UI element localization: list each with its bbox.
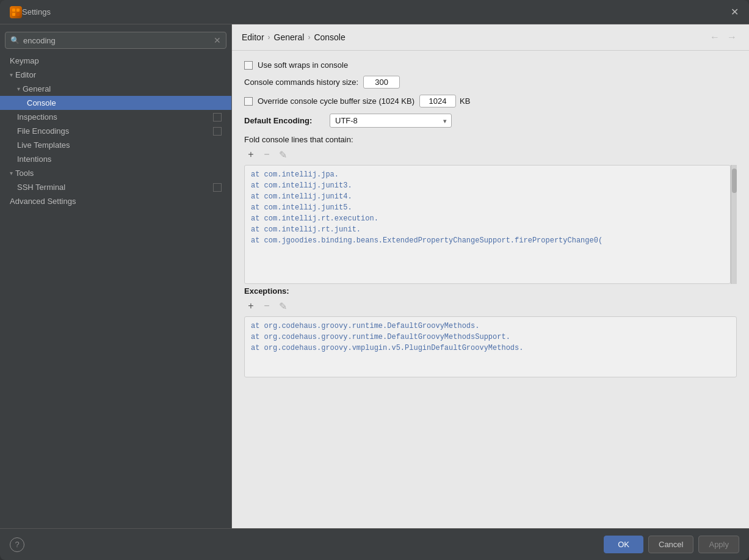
override-buffer-label: Override console cycle buffer size (1024… (258, 96, 414, 106)
nav-forward-button[interactable]: → (725, 31, 739, 44)
kb-label: KB (460, 96, 470, 106)
fold-section-label: Fold console lines that contain: (244, 135, 737, 144)
sidebar-item-file-encodings[interactable]: File Encodings (0, 124, 231, 138)
svg-rect-2 (12, 13, 15, 16)
sidebar-item-console[interactable]: Console (0, 96, 231, 110)
sidebar-item-label: SSH Terminal (17, 183, 65, 192)
sidebar-item-label: Keymap (10, 56, 39, 65)
override-buffer-row: Override console cycle buffer size (1024… (244, 95, 737, 107)
breadcrumb-sep: › (308, 33, 310, 42)
nav-buttons: ← → (707, 31, 739, 44)
encoding-select[interactable]: UTF-8 UTF-16 ISO-8859-1 US-ASCII Windows… (330, 114, 452, 128)
fold-list: at com.intellij.jpa. at com.intellij.jun… (244, 165, 731, 284)
sidebar-badge (213, 183, 222, 192)
sidebar-item-tools[interactable]: ▾ Tools (0, 166, 231, 180)
fold-toolbar: + − ✎ (244, 148, 737, 161)
encoding-row: Default Encoding: UTF-8 UTF-16 ISO-8859-… (244, 114, 737, 128)
collapse-arrow-icon: ▾ (10, 170, 13, 176)
list-item: at com.intellij.rt.execution. (248, 213, 726, 224)
sidebar-item-keymap[interactable]: Keymap (0, 54, 231, 68)
dialog-title: Settings (22, 7, 729, 16)
ok-button[interactable]: OK (604, 536, 643, 553)
soft-wraps-checkbox[interactable] (244, 61, 253, 70)
list-item: at com.intellij.junit5. (248, 202, 726, 213)
fold-list-scroll-thumb[interactable] (732, 169, 737, 193)
list-item: at org.codehaus.groovy.vmplugin.v5.Plugi… (248, 343, 733, 354)
search-box[interactable]: 🔍 ✕ (5, 32, 226, 49)
dialog-buttons: OK Cancel Apply (604, 536, 739, 553)
svg-rect-0 (12, 9, 15, 12)
sidebar-item-label: Advanced Settings (10, 197, 76, 206)
breadcrumb-bar: Editor › General › Console ← → (232, 24, 749, 51)
sidebar-item-label: Tools (15, 169, 34, 178)
help-button[interactable]: ? (10, 537, 24, 552)
fold-remove-button[interactable]: − (260, 148, 273, 161)
exceptions-list: at org.codehaus.groovy.runtime.DefaultGr… (244, 316, 737, 377)
exc-add-button[interactable]: + (244, 299, 258, 313)
title-bar: Settings ✕ (0, 0, 749, 24)
sidebar-item-ssh-terminal[interactable]: SSH Terminal (0, 180, 231, 194)
settings-panel: Use soft wraps in console Console comman… (232, 51, 749, 528)
app-icon (10, 6, 22, 18)
sidebar-item-label: Editor (15, 70, 36, 79)
breadcrumb-part-general: General (274, 32, 305, 42)
sidebar-item-general[interactable]: ▾ General (0, 82, 231, 96)
list-item: at com.intellij.rt.junit. (248, 224, 726, 235)
svg-rect-3 (16, 13, 20, 16)
sidebar-item-label: Inspections (17, 112, 57, 122)
apply-button[interactable]: Apply (698, 536, 739, 553)
sidebar-item-label: Console (27, 98, 56, 107)
list-item: at org.codehaus.groovy.runtime.DefaultGr… (248, 332, 733, 343)
sidebar-item-label: Live Templates (17, 140, 70, 150)
cancel-button[interactable]: Cancel (648, 536, 693, 553)
collapse-arrow-icon: ▾ (10, 71, 13, 78)
sidebar-item-live-templates[interactable]: Live Templates (0, 138, 231, 152)
fold-edit-button[interactable]: ✎ (276, 148, 289, 161)
override-buffer-checkbox[interactable] (244, 97, 253, 106)
exceptions-section: Exceptions: + − ✎ at org.codehaus.groovy… (244, 286, 737, 377)
fold-list-container: at com.intellij.jpa. at com.intellij.jun… (244, 165, 737, 284)
sidebar-item-editor[interactable]: ▾ Editor (0, 68, 231, 82)
settings-dialog: Settings ✕ 🔍 ✕ Keymap ▾ Editor ▾ (0, 0, 749, 560)
sidebar-item-label: Intentions (17, 155, 51, 164)
main-content: 🔍 ✕ Keymap ▾ Editor ▾ General Console (0, 24, 749, 528)
soft-wraps-label: Use soft wraps in console (258, 60, 348, 70)
list-item: at com.jgoodies.binding.beans.ExtendedPr… (248, 235, 726, 246)
search-input[interactable] (23, 36, 214, 45)
history-label: Console commands history size: (244, 78, 358, 87)
search-icon: 🔍 (10, 36, 20, 45)
nav-back-button[interactable]: ← (707, 31, 722, 44)
exceptions-label: Exceptions: (244, 286, 737, 296)
sidebar-item-label: File Encodings (17, 126, 69, 136)
bottom-bar: ? OK Cancel Apply (0, 528, 749, 560)
exc-remove-button[interactable]: − (260, 299, 273, 313)
close-button[interactable]: ✕ (729, 7, 739, 17)
breadcrumb-sep: › (268, 33, 270, 42)
history-input[interactable] (363, 76, 400, 89)
fold-list-scrollbar[interactable] (731, 165, 737, 284)
breadcrumb-part-editor: Editor (242, 32, 264, 42)
breadcrumb: Editor › General › Console (242, 32, 346, 42)
list-item: at org.codehaus.groovy.runtime.DefaultGr… (248, 321, 733, 332)
exceptions-toolbar: + − ✎ (244, 299, 737, 313)
history-row: Console commands history size: (244, 76, 737, 89)
sidebar-item-intentions[interactable]: Intentions (0, 152, 231, 166)
sidebar-badge (213, 113, 222, 122)
sidebar-badge (213, 127, 222, 136)
content-area: Editor › General › Console ← → Use soft … (232, 24, 749, 528)
override-buffer-input[interactable] (419, 95, 456, 107)
search-clear-button[interactable]: ✕ (214, 35, 221, 45)
collapse-arrow-icon: ▾ (17, 85, 20, 92)
sidebar-item-label: General (23, 84, 51, 93)
encoding-label: Default Encoding: (244, 116, 330, 125)
exc-edit-button[interactable]: ✎ (276, 299, 289, 313)
list-item: at com.intellij.junit4. (248, 191, 726, 202)
svg-rect-1 (16, 9, 20, 12)
fold-add-button[interactable]: + (244, 148, 258, 161)
list-item: at com.intellij.junit3. (248, 180, 726, 191)
sidebar-item-advanced-settings[interactable]: Advanced Settings (0, 194, 231, 208)
sidebar-item-inspections[interactable]: Inspections (0, 110, 231, 124)
list-item: at com.intellij.jpa. (248, 169, 726, 180)
sidebar: 🔍 ✕ Keymap ▾ Editor ▾ General Console (0, 24, 232, 528)
encoding-select-wrapper: UTF-8 UTF-16 ISO-8859-1 US-ASCII Windows… (330, 114, 452, 128)
